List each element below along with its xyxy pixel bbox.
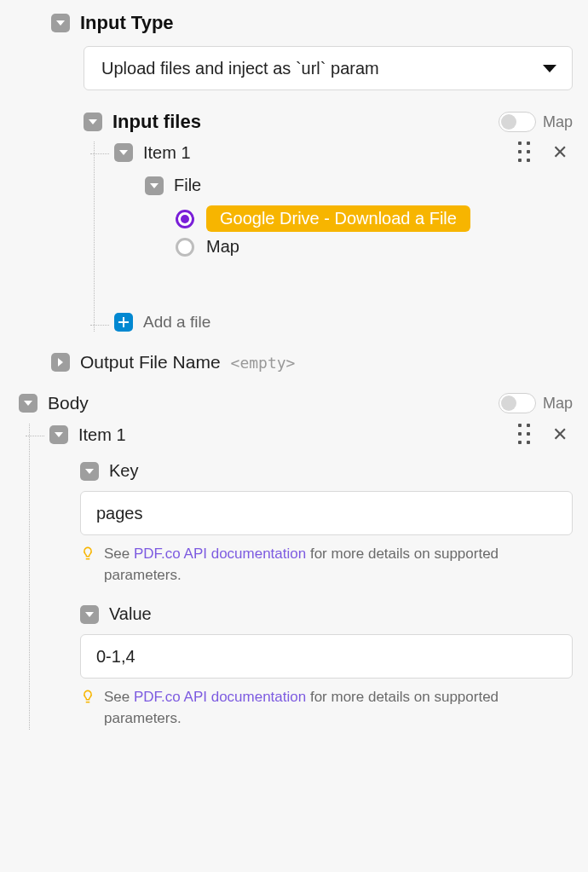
input-type-label: Input Type xyxy=(80,12,174,34)
value-header: Value xyxy=(80,604,573,624)
file-option-row: Map xyxy=(176,237,573,257)
key-input[interactable]: pages xyxy=(80,491,573,535)
body-label: Body xyxy=(48,393,89,413)
map-toggle[interactable]: Map xyxy=(499,393,573,413)
doc-link[interactable]: PDF.co API documentation xyxy=(134,689,306,705)
file-label: File xyxy=(174,176,201,195)
file-option-row: Google Drive - Download a File xyxy=(176,205,573,232)
drag-handle-icon[interactable] xyxy=(518,424,532,446)
value-input[interactable]: 0-1,4 xyxy=(80,634,573,679)
chevron-down-icon[interactable] xyxy=(145,176,164,195)
map-toggle-label: Map xyxy=(543,113,573,131)
key-value: pages xyxy=(96,504,143,523)
chevron-down-icon[interactable] xyxy=(114,143,133,162)
chevron-down-icon[interactable] xyxy=(84,113,102,131)
drag-handle-icon[interactable] xyxy=(518,141,532,164)
chevron-down-icon[interactable] xyxy=(80,462,99,481)
value-hint: See PDF.co API documentation for more de… xyxy=(80,687,573,729)
empty-tag: <empty> xyxy=(231,354,296,372)
chevron-down-icon[interactable] xyxy=(51,14,70,32)
input-type-select[interactable]: Upload files and inject as `url` param xyxy=(84,46,573,90)
radio-selected-icon[interactable] xyxy=(176,210,194,228)
map-toggle[interactable]: Map xyxy=(499,112,573,132)
caret-down-icon xyxy=(543,65,556,72)
item-title: Item 1 xyxy=(143,143,191,163)
remove-item-button[interactable]: ✕ xyxy=(547,424,573,446)
chevron-down-icon[interactable] xyxy=(49,425,68,444)
input-type-selected: Upload files and inject as `url` param xyxy=(101,59,379,78)
file-header: File xyxy=(145,176,573,195)
key-header: Key xyxy=(80,461,573,481)
toggle-switch[interactable] xyxy=(499,112,536,132)
map-toggle-label: Map xyxy=(543,395,573,413)
input-files-label: Input files xyxy=(112,111,201,133)
value-label: Value xyxy=(109,604,152,624)
chevron-down-icon[interactable] xyxy=(19,394,37,413)
remove-item-button[interactable]: ✕ xyxy=(547,141,573,164)
file-option-pill[interactable]: Google Drive - Download a File xyxy=(206,205,470,232)
lightbulb-icon xyxy=(80,689,95,704)
item-title: Item 1 xyxy=(78,425,126,445)
add-file-label: Add a file xyxy=(143,313,210,332)
hint-text-prefix: See xyxy=(104,546,134,562)
input-files-header: Input files Map xyxy=(84,111,573,133)
radio-unselected-icon[interactable] xyxy=(176,238,194,257)
hint-text-prefix: See xyxy=(104,689,134,705)
file-option-label: Map xyxy=(206,237,239,257)
input-type-header: Input Type xyxy=(15,12,573,34)
body-item-header: Item 1 ✕ xyxy=(49,424,573,446)
chevron-right-icon[interactable] xyxy=(51,353,70,372)
lightbulb-icon xyxy=(80,546,95,561)
doc-link[interactable]: PDF.co API documentation xyxy=(134,546,306,562)
output-file-name-label: Output File Name xyxy=(80,352,221,372)
key-label: Key xyxy=(109,461,138,481)
value-value: 0-1,4 xyxy=(96,647,135,667)
input-files-item-header: Item 1 ✕ xyxy=(114,141,573,164)
chevron-down-icon[interactable] xyxy=(80,605,99,624)
add-button[interactable] xyxy=(114,313,133,332)
add-file-row: Add a file xyxy=(114,313,573,332)
key-hint: See PDF.co API documentation for more de… xyxy=(80,544,573,586)
toggle-switch[interactable] xyxy=(499,393,536,413)
body-header: Body Map xyxy=(19,393,573,413)
output-file-name-header: Output File Name <empty> xyxy=(51,352,573,372)
